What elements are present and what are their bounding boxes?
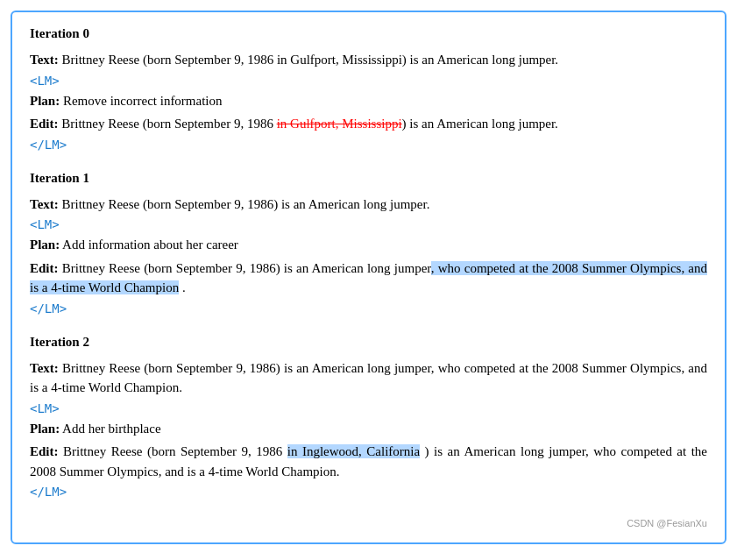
iteration-0-lm-close: </LM> bbox=[30, 138, 707, 152]
iteration-2-text: Text: Brittney Reese (born September 9, … bbox=[30, 358, 707, 398]
iteration-2-block: Iteration 2 Text: Brittney Reese (born S… bbox=[30, 335, 707, 500]
iteration-1-text: Text: Brittney Reese (born September 9, … bbox=[30, 195, 707, 215]
iteration-1-plan: Plan: Add information about her career bbox=[30, 235, 707, 255]
iteration-1-edit: Edit: Brittney Reese (born September 9, … bbox=[30, 259, 707, 298]
main-container: Iteration 0 Text: Brittney Reese (born S… bbox=[11, 11, 726, 544]
edit-label-2: Edit: bbox=[30, 444, 59, 458]
iteration-0-title: Iteration 0 bbox=[30, 26, 707, 41]
iteration-2-edit-highlight: in Inglewood, California bbox=[287, 444, 420, 458]
iteration-0-edit-strikethrough: in Gulfport, Mississippi bbox=[277, 117, 402, 131]
iteration-2-plan: Plan: Add her birthplace bbox=[30, 419, 707, 439]
edit-label-0: Edit: bbox=[30, 117, 59, 131]
iteration-0-edit-normal-2: ) is an American long jumper. bbox=[402, 117, 558, 131]
plan-label-1: Plan: bbox=[30, 237, 60, 252]
iteration-0-plan-content: Remove incorrect information bbox=[63, 94, 223, 108]
iteration-0-lm-open: <LM> bbox=[30, 74, 707, 88]
iteration-2-lm-open: <LM> bbox=[30, 401, 707, 415]
iteration-1-lm-open: <LM> bbox=[30, 217, 707, 231]
iteration-1-title: Iteration 1 bbox=[30, 171, 707, 186]
iteration-0-edit: Edit: Brittney Reese (born September 9, … bbox=[30, 114, 707, 134]
iteration-0-plan: Plan: Remove incorrect information bbox=[30, 91, 707, 111]
edit-label-1: Edit: bbox=[30, 261, 59, 275]
iteration-2-plan-content: Add her birthplace bbox=[62, 422, 160, 436]
iteration-0-text-content: Brittney Reese (born September 9, 1986 i… bbox=[62, 53, 559, 67]
iteration-0-block: Iteration 0 Text: Brittney Reese (born S… bbox=[30, 26, 707, 152]
text-label-1: Text: bbox=[30, 197, 59, 211]
iteration-2-edit-normal-1: Brittney Reese (born September 9, 1986 bbox=[63, 444, 287, 458]
iteration-2-lm-close: </LM> bbox=[30, 485, 707, 499]
iteration-2-text-content: Brittney Reese (born September 9, 1986) … bbox=[30, 361, 707, 395]
text-label-0: Text: bbox=[30, 53, 59, 67]
iteration-0-edit-normal-1: Brittney Reese (born September 9, 1986 bbox=[61, 117, 276, 131]
iteration-1-text-content: Brittney Reese (born September 9, 1986) … bbox=[62, 197, 430, 211]
iteration-1-lm-close: </LM> bbox=[30, 301, 707, 315]
plan-label-2: Plan: bbox=[30, 422, 60, 436]
iteration-2-title: Iteration 2 bbox=[30, 335, 707, 350]
iteration-2-edit: Edit: Brittney Reese (born September 9, … bbox=[30, 442, 707, 481]
iteration-1-edit-normal-2: . bbox=[179, 280, 186, 294]
iteration-1-plan-content: Add information about her career bbox=[62, 237, 238, 252]
plan-label-0: Plan: bbox=[30, 94, 60, 108]
iteration-0-text: Text: Brittney Reese (born September 9, … bbox=[30, 50, 707, 70]
iteration-1-edit-normal-1: Brittney Reese (born September 9, 1986) … bbox=[62, 261, 431, 275]
iteration-1-block: Iteration 1 Text: Brittney Reese (born S… bbox=[30, 171, 707, 315]
text-label-2: Text: bbox=[30, 361, 59, 375]
watermark: CSDN @FesianXu bbox=[30, 518, 707, 528]
